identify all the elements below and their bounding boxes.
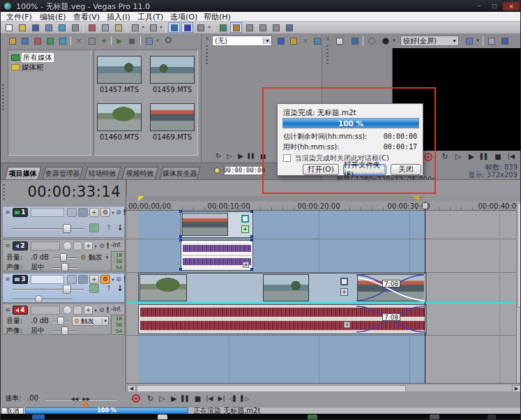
maximize-button[interactable]: □ bbox=[488, 2, 501, 10]
trigger-label[interactable]: 触发 bbox=[89, 253, 103, 262]
track-fx-icon[interactable]: + bbox=[89, 275, 99, 284]
track-automation-gear-icon[interactable]: ⚙ bbox=[100, 275, 110, 284]
import-media-icon[interactable] bbox=[56, 22, 68, 33]
enable-snapping-icon[interactable] bbox=[230, 22, 242, 33]
trimmer-preset-dropdown[interactable]: (无) ▾ bbox=[212, 36, 272, 46]
external-monitor-icon[interactable] bbox=[349, 36, 361, 46]
tree-item-all-media[interactable]: 所有媒体 bbox=[11, 53, 54, 62]
media-properties-icon[interactable] bbox=[6, 36, 18, 46]
menu-file[interactable]: 文件(F) bbox=[6, 13, 32, 22]
redo-dropdown-icon[interactable]: ▾ bbox=[158, 24, 164, 31]
track-envelope-icon[interactable] bbox=[73, 241, 82, 250]
track-header-video-3[interactable]: ≡ 3 + ⚙ ▾ ⊘ ! ↑ ↓ bbox=[2, 273, 125, 303]
views-dropdown-icon[interactable]: ▾ bbox=[155, 37, 160, 45]
loop-region-start-marker[interactable] bbox=[138, 196, 144, 202]
preview-cursor-tool-icon[interactable] bbox=[333, 36, 345, 46]
media-file-properties-icon[interactable] bbox=[86, 36, 98, 46]
tab-video-fx[interactable]: 视频特效 bbox=[122, 167, 158, 179]
track-mute-icon[interactable]: ⊘ bbox=[115, 208, 122, 217]
pause-button[interactable]: ▌▌ bbox=[181, 393, 191, 404]
track-header-audio-2[interactable]: ≡ 2 + ▾ ⊘ ! -Inf. 音量: .0 dB ⚙ 触发 ▾ 声像: 居… bbox=[2, 239, 125, 271]
track-motion-icon[interactable] bbox=[67, 208, 77, 217]
open-project-icon[interactable] bbox=[16, 22, 28, 33]
cut-icon[interactable] bbox=[86, 22, 98, 33]
record-button[interactable] bbox=[132, 394, 140, 403]
get-media-from-web-icon[interactable] bbox=[44, 36, 56, 46]
remove-media-icon[interactable]: × bbox=[73, 36, 84, 46]
menu-help[interactable]: 帮助(H) bbox=[204, 13, 231, 22]
taskbar-item[interactable] bbox=[430, 414, 439, 420]
panel-drag-handle[interactable] bbox=[2, 84, 4, 112]
track-drag-handle-icon[interactable]: ≡ bbox=[4, 241, 11, 250]
auto-ripple-icon[interactable] bbox=[243, 22, 255, 33]
ignore-event-grouping-icon[interactable] bbox=[270, 22, 282, 33]
taskbar-item[interactable] bbox=[32, 414, 45, 420]
views-icon[interactable] bbox=[143, 36, 155, 46]
add-to-project-icon[interactable]: + bbox=[98, 36, 110, 46]
audio-meter[interactable]: 18 36 54 bbox=[111, 315, 125, 335]
loop-region-bar[interactable] bbox=[138, 196, 425, 201]
overlay-grid-icon[interactable] bbox=[463, 36, 475, 46]
envelope-edit-tool-icon[interactable] bbox=[181, 22, 193, 33]
track-level-slider[interactable] bbox=[13, 228, 84, 230]
fade-slider-thumb[interactable] bbox=[35, 295, 43, 303]
playhead-handle[interactable] bbox=[422, 202, 428, 209]
loop-playback-button[interactable]: ↻ bbox=[145, 393, 156, 404]
track-fx-icon[interactable]: + bbox=[84, 306, 93, 315]
import-media-button-icon[interactable] bbox=[19, 36, 31, 46]
track-header-video-1[interactable]: ≡ 1 + ⚙ ▾ ⊘ ! ↑ ↓ bbox=[2, 206, 125, 238]
event-fx-icon[interactable]: + bbox=[241, 225, 249, 233]
audio-meter[interactable]: 18 36 54 bbox=[111, 251, 125, 271]
track-name-field[interactable] bbox=[31, 275, 64, 284]
preview-play-from-start-button[interactable]: ▷ bbox=[453, 151, 464, 162]
volume-slider-thumb[interactable] bbox=[57, 317, 64, 325]
preview-play-button[interactable]: ▶ bbox=[466, 151, 477, 162]
normal-edit-tool-icon[interactable] bbox=[168, 22, 180, 33]
taskbar-item[interactable] bbox=[158, 414, 167, 420]
track-fx-icon[interactable]: + bbox=[89, 208, 99, 217]
project-properties-icon[interactable] bbox=[69, 22, 81, 33]
volume-slider-thumb[interactable] bbox=[60, 253, 67, 262]
track-mute-icon[interactable]: ⊘ bbox=[98, 241, 105, 250]
save-as-icon[interactable] bbox=[43, 22, 54, 33]
close-button[interactable]: × bbox=[503, 2, 520, 10]
undo-dropdown-icon[interactable]: ▾ bbox=[140, 24, 146, 31]
menu-edit[interactable]: 编辑(E) bbox=[40, 13, 66, 22]
scrub-back-icon[interactable]: ◀◀ bbox=[69, 395, 80, 403]
trimmer-timecode-field[interactable]: 00:00:00:00 bbox=[224, 166, 264, 175]
make-composited-child-icon[interactable]: ↑ bbox=[105, 223, 113, 232]
event-pan-crop-icon[interactable] bbox=[241, 215, 249, 223]
make-composited-child-icon[interactable]: ↑ bbox=[105, 284, 113, 293]
track-solo-icon[interactable]: ! bbox=[105, 306, 110, 315]
taskbar-item[interactable] bbox=[488, 414, 496, 420]
media-clip-thumbnail[interactable] bbox=[150, 103, 195, 131]
minimize-button[interactable]: ─ bbox=[472, 2, 486, 10]
track-motion-icon[interactable] bbox=[67, 275, 77, 284]
capture-video-icon[interactable] bbox=[31, 36, 43, 46]
track-phase-icon[interactable] bbox=[63, 241, 72, 250]
sync-cursor-icon[interactable] bbox=[214, 167, 220, 174]
play-from-start-button[interactable]: ▷ bbox=[157, 393, 167, 404]
track-drag-handle-icon[interactable]: ≡ bbox=[4, 306, 11, 314]
copy-snapshot-icon[interactable] bbox=[485, 36, 497, 46]
playhead-line[interactable] bbox=[425, 202, 425, 383]
event-pan-crop-icon[interactable] bbox=[340, 278, 348, 285]
trimmer-pause-button[interactable]: ▌▌ bbox=[247, 151, 257, 161]
go-to-start-button[interactable]: |◀ bbox=[204, 393, 215, 404]
timeline-event-video-3[interactable]: + 7:08 bbox=[138, 273, 427, 303]
make-composited-parent-icon[interactable]: ↓ bbox=[116, 223, 124, 232]
loop-region-end-marker[interactable] bbox=[413, 196, 419, 202]
preview-quality-icon[interactable] bbox=[379, 36, 391, 46]
zoom-edit-tool-icon[interactable] bbox=[217, 22, 229, 33]
trimmer-fx-icon[interactable] bbox=[287, 36, 299, 46]
menu-insert[interactable]: 插入(I) bbox=[107, 13, 130, 22]
quality-dropdown-icon[interactable]: ▾ bbox=[391, 37, 397, 45]
panel-drag-handle[interactable] bbox=[206, 45, 208, 66]
track-level-slider[interactable] bbox=[13, 289, 84, 290]
track-name-field[interactable] bbox=[31, 306, 60, 315]
tab-media-generators[interactable]: 媒体发生器 bbox=[160, 167, 200, 179]
track-name-field[interactable] bbox=[31, 241, 60, 250]
trimmer-play-from-start-button[interactable]: ▷ bbox=[225, 151, 234, 161]
menu-view[interactable]: 查看(V) bbox=[73, 13, 100, 22]
pan-slider-thumb[interactable] bbox=[61, 263, 68, 271]
